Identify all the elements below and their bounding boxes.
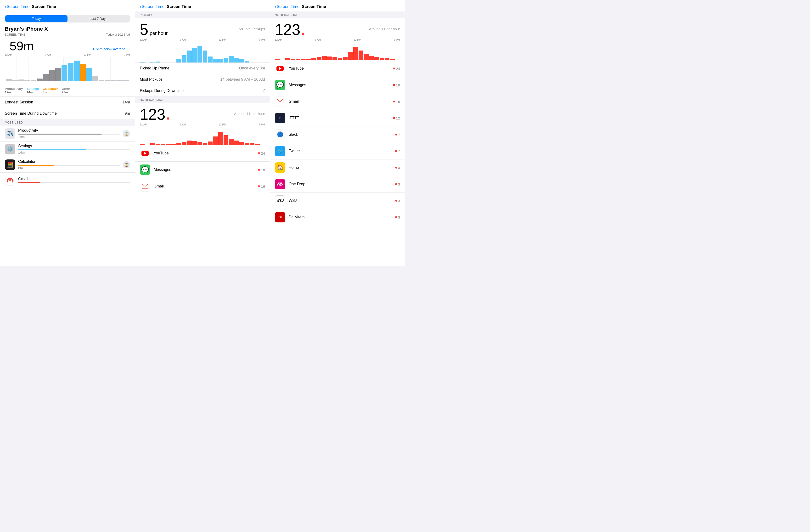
bar-18 [117,80,123,81]
notif-count: 123 [140,107,165,122]
app-row-gmail[interactable]: Gmail [0,172,135,188]
onedrop-text: ONEDROP [277,182,283,186]
pickup-chart-labels: 12 AM 6 AM 12 PM 6 PM [140,38,265,42]
app-notif-messages-p3[interactable]: 💬 Messages 18 [270,77,405,93]
app-icon-settings: ⚙️ [5,144,15,155]
gmail-name-p2: Gmail [154,184,255,189]
avg-note: ⬇ 54m below average [87,46,130,53]
app-notif-wsj-p3[interactable]: WSJ WSJ 3 [270,192,405,209]
app-info-productivity: Productivity 19m [18,128,120,139]
app-notif-home-p3[interactable]: 🏠 Home 4 [270,159,405,176]
cat-calculator-time: 8m [43,91,58,94]
bar-17 [111,80,117,81]
gmail-count: 16 [261,184,265,189]
app-icon-gmail-p2 [140,181,150,192]
app-notif-twitter-p3[interactable]: 🐦 Twitter 7 [270,143,405,159]
app-notif-gmail[interactable]: Gmail 16 [135,178,270,194]
ifttt-bg: IF [275,113,285,123]
panel3-header: ‹ Screen Time Screen Time [270,0,405,12]
notif-chart-labels-p3: 12 AM 6 AM 12 PM 6 PM [275,38,400,42]
app-icon-dailyitem: DI [275,212,285,222]
app-row-settings[interactable]: ⚙️ Settings 14m [0,141,135,157]
pickup-bar-14 [213,59,218,63]
slack-count-p3: 7 [398,133,400,137]
chart-label-12am: 12 AM [5,53,12,56]
home-name-p3: Home [289,165,392,170]
twitter-icon-emoji: 🐦 [277,148,284,154]
bar-0 [6,79,12,81]
panel-pickups: ‹ Screen Time Screen Time PICKUPS 5 per … [135,0,270,266]
home-count-area-p3: 4 [395,166,400,170]
notif-label-12pm: 12 PM [218,123,226,126]
cat-other-name: Other [62,87,70,91]
panel1-back-button[interactable]: ‹ Screen Time [5,4,30,9]
app-time-settings: 14m [18,150,130,155]
youtube-dot [258,152,260,154]
segment-last7days[interactable]: Last 7 Days [67,15,130,22]
notif-stat: 123 [140,107,169,122]
most-used-label: MOST USED [0,119,135,126]
youtube-count-area: 24 [258,151,265,156]
pickup-chart-container: 12 AM 6 AM 12 PM 6 PM [135,38,270,63]
app-notif-ifttt-p3[interactable]: IF IFTTT 12 [270,110,405,126]
pickup-bar-19 [239,59,244,63]
pickups-unit: per hour [150,31,168,36]
app-icon-messages-p3: 💬 [275,80,285,90]
slack-dot-p3 [395,134,397,135]
pickup-stat-row-1: Most Pickups 14 between 9 AM – 10 AM [135,74,270,85]
app-icon-ifttt: IF [275,113,285,123]
bar-13 [86,68,92,81]
app-time-calculator: 8m [18,166,120,170]
app-row-calculator[interactable]: 🧮 Calculator 8m ⏳ [0,157,135,172]
pickup-label-6pm: 6 PM [259,38,265,41]
app-bar-fill-gmail [18,182,40,183]
app-notif-youtube-p3[interactable]: YouTube 24 [270,60,405,77]
app-limit-icon-calculator[interactable]: ⏳ [123,161,130,168]
pickup-bar-18 [234,58,239,63]
app-icon-onedrop: ONEDROP [275,179,285,189]
bar-4 [31,80,36,81]
app-name-gmail: Gmail [18,177,130,181]
screen-time-label-text: SCREEN TIME [5,33,26,36]
app-notif-onedrop-p3[interactable]: ONEDROP One Drop 3 [270,176,405,192]
app-bar-track-gmail [18,182,130,183]
pickup-bar-8 [182,55,187,63]
panel1-title: Screen Time [32,4,56,9]
pickup-stat-label-0: Picked Up Phone [140,66,169,70]
app-notif-youtube[interactable]: YouTube 24 [135,145,270,161]
pickup-bar-17 [229,56,233,63]
notif-count-p3: 123 [275,22,301,37]
gmail-count-p3: 16 [396,100,400,104]
panel3-back-button[interactable]: ‹ Screen Time [275,4,299,9]
gmail-svg-p3 [277,99,284,104]
app-icon-gmail-p3 [275,96,285,107]
panel-today: ‹ Screen Time Screen Time Today Last 7 D… [0,0,135,266]
app-notif-slack-p3[interactable]: 🔵 Slack 7 [270,126,405,143]
pickups-stat: 5 per hour [140,22,167,37]
panel-notifications: ‹ Screen Time Screen Time NOTIFICATIONS … [270,0,405,266]
app-row-productivity[interactable]: ✈️ Productivity 19m ⏳ [0,126,135,141]
app-limit-icon-productivity[interactable]: ⏳ [123,130,130,137]
bar-11 [74,61,80,81]
dailyitem-count-area-p3: 3 [395,215,400,219]
segment-today[interactable]: Today [5,15,67,22]
youtube-name-p3: YouTube [289,66,390,71]
slack-count-area-p3: 7 [395,133,400,137]
notif-big-stat-p3: 123 [275,22,304,37]
stat-longest-session: Longest Session 14m [0,96,135,108]
cat-settings: Settings 14m [27,87,39,94]
chevron-left-icon-3: ‹ [275,4,276,9]
notif-p3-label-12am: 12 AM [275,38,282,41]
panel3-back-label: Screen Time [277,4,299,9]
app-notif-gmail-p3[interactable]: Gmail 16 [270,93,405,110]
panel2-back-button[interactable]: ‹ Screen Time [140,4,164,9]
notif-chart-labels: 12 AM 6 AM 12 PM 6 PM [140,123,265,127]
cat-productivity: Productivity 19m [5,87,23,94]
bar-6 [43,74,49,81]
app-notif-messages[interactable]: 💬 Messages 18 [135,161,270,178]
chart-label-6pm: 6 PM [124,53,130,56]
app-bar-fill-productivity [18,134,102,134]
pickup-stat-label-1: Most Pickups [140,77,163,82]
pickup-bar-16 [224,58,228,63]
app-notif-dailyitem-p3[interactable]: DI DailyItem 3 [270,209,405,225]
